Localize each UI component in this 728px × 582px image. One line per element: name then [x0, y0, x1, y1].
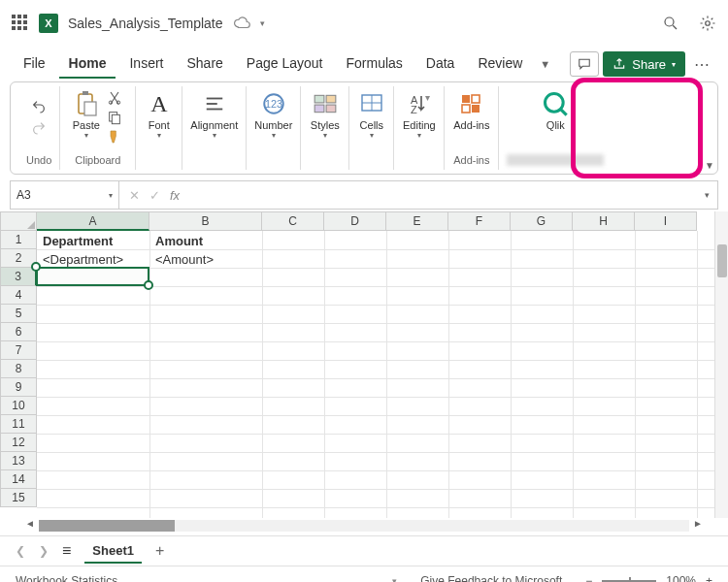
zoom-level[interactable]: 100%: [666, 574, 696, 582]
alignment-button[interactable]: Alignment▾: [190, 90, 238, 140]
number-button[interactable]: 123 Number▾: [254, 90, 292, 140]
cell-B1[interactable]: Amount: [151, 232, 207, 250]
row-header-15[interactable]: 15: [0, 489, 37, 507]
scroll-right-icon[interactable]: ►: [691, 518, 705, 529]
redo-icon[interactable]: [29, 120, 49, 136]
name-box[interactable]: A3 ▾: [11, 181, 119, 209]
comments-button[interactable]: [570, 51, 599, 77]
font-button[interactable]: A Font▾: [146, 90, 173, 140]
file-name[interactable]: Sales_Analysis_Template: [68, 16, 223, 31]
scroll-left-icon[interactable]: ◄: [23, 518, 37, 529]
format-painter-icon[interactable]: [106, 129, 123, 145]
qlik-button[interactable]: Qlik: [542, 90, 569, 131]
formula-input[interactable]: [189, 181, 697, 209]
more-button[interactable]: ⋯: [689, 55, 714, 74]
search-icon[interactable]: [662, 15, 679, 32]
undo-icon[interactable]: [29, 99, 49, 114]
scroll-thumb[interactable]: [39, 520, 175, 532]
cell-A1[interactable]: Department: [39, 232, 116, 250]
row-header-12[interactable]: 12: [0, 434, 37, 452]
copy-icon[interactable]: [106, 110, 123, 125]
addins-button[interactable]: Add-ins: [453, 90, 489, 131]
row-header-5[interactable]: 5: [0, 305, 37, 323]
col-header-H[interactable]: H: [573, 211, 635, 231]
tab-page-layout[interactable]: Page Layout: [237, 49, 333, 79]
fx-icon[interactable]: fx: [170, 188, 180, 203]
row-header-4[interactable]: 4: [0, 286, 37, 305]
scroll-thumb[interactable]: [717, 244, 727, 277]
cells-area[interactable]: Department Amount <Department> <Amount>: [37, 231, 714, 518]
col-header-I[interactable]: I: [635, 211, 697, 231]
zoom-control[interactable]: − 100% +: [585, 574, 712, 582]
zoom-in-button[interactable]: +: [706, 574, 712, 582]
tab-review[interactable]: Review: [468, 49, 532, 79]
tab-share[interactable]: Share: [177, 49, 232, 79]
zoom-out-button[interactable]: −: [585, 574, 592, 582]
tab-file[interactable]: File: [14, 49, 55, 79]
row-header-8[interactable]: 8: [0, 360, 37, 378]
col-header-C[interactable]: C: [262, 211, 324, 231]
horizontal-scrollbar[interactable]: ◄ ►: [0, 518, 728, 535]
feedback-link[interactable]: Give Feedback to Microsoft: [420, 574, 562, 582]
selection-handle[interactable]: [31, 262, 41, 272]
row-headers[interactable]: 123456789101112131415: [0, 231, 37, 507]
autosave-cloud-icon[interactable]: [233, 15, 250, 32]
column-headers[interactable]: ABCDEFGHI: [37, 211, 714, 231]
expand-formula-bar-icon[interactable]: ▾: [697, 190, 717, 200]
share-button[interactable]: Share ▾: [603, 51, 685, 77]
ribbon-group-styles: Styles▾: [301, 86, 349, 170]
row-header-10[interactable]: 10: [0, 397, 37, 415]
all-sheets-icon[interactable]: ≡: [62, 542, 71, 560]
add-sheet-button[interactable]: +: [155, 542, 164, 560]
row-header-11[interactable]: 11: [0, 415, 37, 434]
comment-icon: [577, 57, 592, 71]
col-header-G[interactable]: G: [511, 211, 573, 231]
cancel-formula-icon[interactable]: ✕: [129, 188, 140, 203]
tab-data[interactable]: Data: [416, 49, 465, 79]
cell-B2[interactable]: <Amount>: [151, 250, 217, 269]
enter-formula-icon[interactable]: ✓: [149, 188, 160, 203]
row-header-9[interactable]: 9: [0, 378, 37, 397]
app-launcher-icon[interactable]: [12, 15, 29, 32]
row-header-14[interactable]: 14: [0, 470, 37, 489]
ribbon-group-addins: Add-ins Add-ins: [445, 86, 499, 170]
prev-sheet-icon[interactable]: ❮: [16, 544, 25, 558]
chevron-down-icon[interactable]: ▾: [109, 191, 113, 200]
col-header-A[interactable]: A: [37, 211, 149, 231]
help-dropdown-icon[interactable]: ▾: [392, 576, 397, 582]
tab-home[interactable]: Home: [59, 49, 116, 79]
gear-icon[interactable]: [699, 15, 716, 32]
cells-button[interactable]: Cells▾: [358, 90, 385, 140]
col-header-B[interactable]: B: [149, 211, 262, 231]
next-sheet-icon[interactable]: ❯: [39, 544, 49, 558]
col-header-F[interactable]: F: [448, 211, 511, 231]
addins-icon: [460, 93, 483, 114]
clipboard-group-label: Clipboard: [75, 154, 120, 166]
svg-point-2: [706, 21, 711, 26]
menu-bar: File Home Insert Share Page Layout Formu…: [0, 47, 728, 81]
row-header-7[interactable]: 7: [0, 341, 37, 360]
row-header-3[interactable]: 3: [0, 268, 37, 286]
select-all-corner[interactable]: [0, 211, 37, 231]
tab-insert[interactable]: Insert: [119, 49, 173, 79]
row-header-13[interactable]: 13: [0, 452, 37, 470]
collapse-ribbon-icon[interactable]: ▼: [705, 160, 714, 171]
tab-formulas[interactable]: Formulas: [336, 49, 412, 79]
workbook-statistics-button[interactable]: Workbook Statistics: [16, 574, 117, 582]
paste-button[interactable]: Paste ▾: [73, 90, 100, 140]
spreadsheet-grid[interactable]: ABCDEFGHI 123456789101112131415 Departme…: [0, 211, 728, 518]
styles-button[interactable]: Styles▾: [311, 90, 340, 140]
chevron-down-icon[interactable]: ▾: [260, 18, 265, 28]
editing-button[interactable]: AZ Editing▾: [403, 90, 436, 140]
col-header-D[interactable]: D: [324, 211, 386, 231]
svg-rect-15: [314, 95, 324, 103]
row-header-6[interactable]: 6: [0, 323, 37, 341]
svg-rect-26: [462, 105, 470, 113]
cut-icon[interactable]: [106, 90, 123, 106]
vertical-scrollbar[interactable]: [714, 211, 728, 518]
col-header-E[interactable]: E: [386, 211, 448, 231]
menu-overflow-chevron-icon[interactable]: ▼: [536, 58, 554, 70]
selection-handle[interactable]: [144, 280, 153, 290]
sheet-tab[interactable]: Sheet1: [84, 539, 142, 564]
row-header-1[interactable]: 1: [0, 231, 37, 249]
